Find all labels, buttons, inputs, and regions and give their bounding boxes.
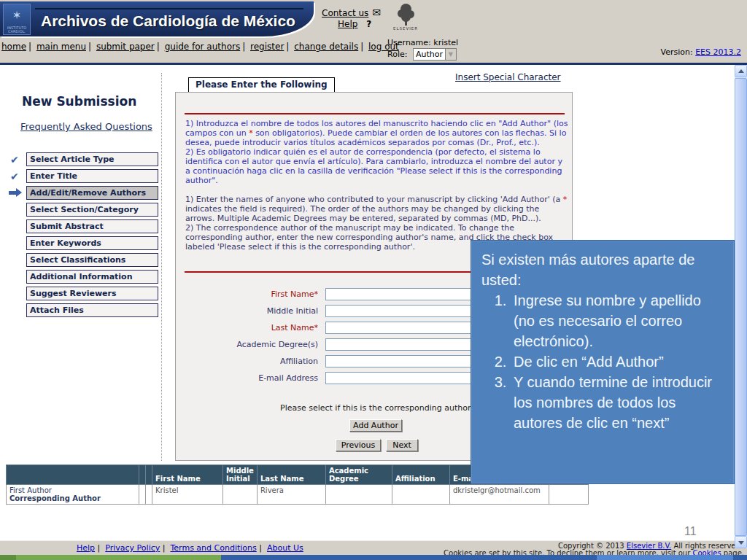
version-link[interactable]: EES 2013.2 — [695, 47, 741, 57]
add-author-button[interactable]: Add Author — [349, 419, 402, 432]
scroll-up-button[interactable] — [735, 65, 747, 77]
sidebar-divider — [161, 73, 162, 461]
overlay-step-1: Ingrese su nombre y apellido (no es nece… — [511, 290, 725, 351]
check-icon: ✔ — [10, 154, 25, 167]
current-step-arrow-icon — [9, 187, 23, 198]
sidebar-item-select-section-category[interactable]: Select Section/Category — [26, 203, 158, 217]
check-icon: ✔ — [10, 171, 25, 184]
col-middle-initial: Middle Initial — [223, 465, 258, 485]
journal-title: Archivos de Cardiología de México — [41, 12, 295, 30]
academic-degrees-label: Academic Degree(s) — [183, 340, 318, 349]
taskbar-tray-edge — [733, 555, 747, 560]
nav-guide-for-authors[interactable]: guide for authors — [165, 42, 240, 52]
version-label: Version: EES 2013.2 — [660, 47, 741, 57]
author-email: dkristelgr@hotmail.com — [449, 485, 549, 505]
nav-main-menu[interactable]: main menu — [36, 42, 86, 52]
footer-privacy-link[interactable]: Privacy Policy — [105, 543, 160, 553]
previous-button[interactable]: Previous — [336, 439, 381, 451]
col-affiliation: Affiliation — [392, 465, 449, 485]
instructions: 1) Introduzca el nombre de todos los aut… — [185, 119, 569, 252]
sidebar-item-enter-keywords[interactable]: Enter Keywords — [26, 236, 158, 250]
footer-links: Help | Privacy Policy | Terms and Condit… — [77, 543, 303, 553]
arrow-down-icon — [738, 541, 744, 545]
instructions-es-2: 2) Es obligatorio indicar quién es el au… — [185, 147, 569, 185]
author-first-name: Kristel — [152, 485, 223, 505]
footer-help-link[interactable]: Help — [77, 543, 95, 553]
author-affiliation — [392, 485, 449, 505]
taskbar-blue-segment — [221, 555, 597, 560]
arrow-up-icon — [738, 69, 744, 73]
taskbar-light-segment — [597, 555, 733, 560]
rule-top — [185, 113, 565, 114]
faq-link[interactable]: Frequently Asked Questions — [20, 121, 152, 132]
sidebar-item-add-edit-remove-authors[interactable]: Add/Edit/Remove Authors — [26, 186, 158, 200]
taskbar-green-segment — [16, 555, 221, 560]
envelope-icon[interactable]: ✉ — [372, 7, 381, 18]
footer-terms-link[interactable]: Terms and Conditions — [170, 543, 256, 553]
sidebar-item-submit-abstract[interactable]: Submit Abstract — [26, 219, 158, 233]
tab-please-enter-the-following: Please Enter the Following — [188, 77, 335, 93]
nav-home[interactable]: home — [1, 42, 26, 52]
elsevier-tree-icon — [396, 4, 415, 26]
header: ✶INSTITUTOCARDIOL. Archivos de Cardiolog… — [0, 0, 747, 63]
chevron-down-icon[interactable]: ▼ — [445, 49, 456, 60]
academic-degrees-input[interactable] — [325, 338, 487, 351]
journal-banner: ✶INSTITUTOCARDIOL. Archivos de Cardiolog… — [0, 1, 314, 36]
last-name-input[interactable] — [325, 322, 487, 334]
affiliation-input[interactable] — [325, 355, 487, 368]
sidebar-item-select-article-type[interactable]: Select Article Type — [26, 152, 158, 166]
scrollbar-thumb[interactable] — [735, 78, 747, 536]
question-mark-icon: ? — [366, 19, 371, 29]
elsevier-logo: ELSEVIER — [390, 4, 422, 37]
table-row: First Author Corresponding Author Kriste… — [7, 485, 589, 505]
ees-submission-page: ✶INSTITUTOCARDIOL. Archivos de Cardiolog… — [0, 0, 747, 560]
author-role-cell: First Author Corresponding Author — [7, 485, 139, 505]
last-name-label: Last Name* — [183, 323, 318, 332]
insert-special-character-link[interactable]: Insert Special Character — [455, 72, 561, 82]
slide-page-number: 11 — [684, 525, 697, 538]
nav-register[interactable]: register — [250, 42, 284, 52]
corresponding-author-label: Please select if this is the correspondi… — [280, 403, 471, 413]
required-asterisk: * — [563, 195, 568, 204]
instruction-overlay: Si existen más autores aparte de usted: … — [471, 240, 735, 484]
sidebar-item-suggest-reviewers[interactable]: Suggest Reviewers — [26, 287, 158, 300]
sidebar-item-attach-files[interactable]: Attach Files — [26, 303, 158, 317]
col-first-name: First Name — [152, 465, 223, 485]
banner-divider — [35, 8, 303, 9]
overlay-steps: Ingrese su nombre y apellido (no es nece… — [481, 290, 725, 433]
sidebar-item-enter-title[interactable]: Enter Title — [26, 169, 158, 183]
page-title: New Submission — [22, 94, 136, 109]
col-academic-degree: Academic Degree — [325, 465, 392, 485]
header-rule — [0, 63, 747, 65]
scrollbar[interactable] — [735, 65, 747, 548]
middle-initial-label: Middle Initial — [183, 306, 318, 316]
help-link[interactable]: Help? — [338, 19, 371, 29]
nav-log-out[interactable]: log out — [368, 42, 399, 52]
main-nav: home| main menu| submit paper| guide for… — [1, 42, 399, 52]
author-last-name: Rivera — [257, 485, 325, 505]
nav-change-details[interactable]: change details — [294, 42, 358, 52]
author-middle-initial — [223, 485, 258, 505]
first-name-label: First Name* — [183, 289, 318, 299]
journal-logo: ✶INSTITUTOCARDIOL. — [3, 4, 31, 35]
instructions-es-1: 1) Introduzca el nombre de todos los aut… — [185, 119, 569, 147]
email-input[interactable] — [325, 372, 487, 384]
sidebar-item-select-classifications[interactable]: Select Classifications — [26, 253, 158, 267]
col-last-name: Last Name — [257, 465, 325, 485]
contact-us-link[interactable]: Contact us✉ — [322, 7, 381, 18]
affiliation-label: Affiliation — [183, 357, 318, 366]
footer-about-link[interactable]: About Us — [267, 543, 303, 553]
email-label: E-mail Address — [183, 373, 318, 383]
next-button[interactable]: Next — [386, 439, 418, 451]
author-academic-degree — [325, 485, 392, 505]
role-select[interactable]: Author▼ — [413, 48, 457, 61]
overlay-step-3: Y cuando termine de introducir los nombr… — [511, 372, 725, 433]
overlay-step-2: De clic en “Add Author” — [511, 351, 725, 372]
scroll-down-button[interactable] — [735, 536, 747, 548]
sidebar-item-additional-information[interactable]: Additional Information — [26, 270, 158, 284]
middle-initial-input[interactable] — [325, 305, 487, 317]
overlay-intro: Si existen más autores aparte de usted: — [481, 249, 725, 290]
first-name-input[interactable] — [325, 288, 487, 300]
nav-submit-paper[interactable]: submit paper — [96, 42, 155, 52]
instructions-en-1: 1) Enter the names of anyone who contrib… — [185, 195, 569, 223]
